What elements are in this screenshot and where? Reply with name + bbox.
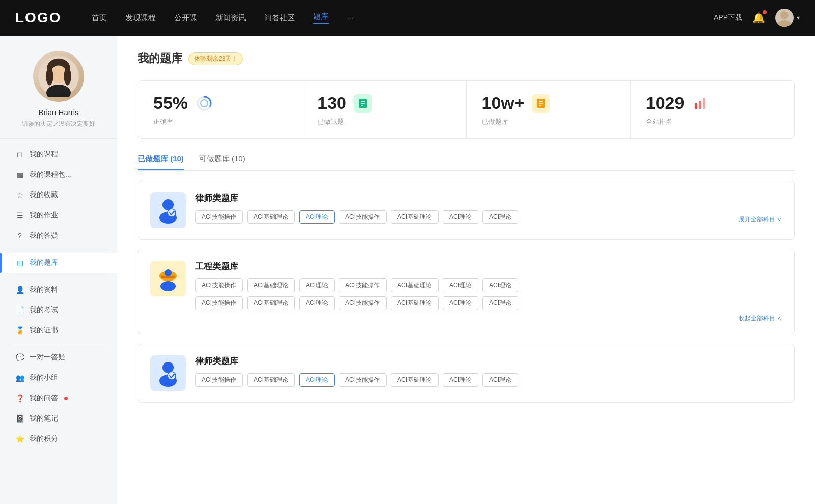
profile-avatar bbox=[33, 51, 84, 102]
sidebar-item-course-packages[interactable]: ▦ 我的课程包... bbox=[0, 164, 117, 185]
tag-2-4[interactable]: ACI基础理论 bbox=[391, 278, 439, 292]
tag-2b-6[interactable]: ACI理论 bbox=[482, 296, 518, 310]
tag-2b-4[interactable]: ACI基础理论 bbox=[391, 296, 439, 310]
question-bank-icon: ▤ bbox=[15, 259, 24, 267]
nav-right: APP下载 🔔 ▾ bbox=[714, 9, 800, 27]
nav-more[interactable]: ··· bbox=[347, 14, 354, 22]
app-download-button[interactable]: APP下载 bbox=[714, 13, 742, 22]
notes-icon: 📓 bbox=[15, 414, 24, 423]
avatar bbox=[775, 9, 794, 27]
lawyer-avatar bbox=[150, 192, 186, 228]
nav-qa[interactable]: 问答社区 bbox=[264, 13, 295, 23]
sidebar-item-exams[interactable]: 📄 我的考试 bbox=[0, 300, 117, 320]
sidebar-item-my-qa[interactable]: ❓ 我的问答 bbox=[0, 388, 117, 408]
nav-public-course[interactable]: 公开课 bbox=[174, 13, 197, 23]
svg-point-7 bbox=[64, 67, 71, 85]
tag-2b-1[interactable]: ACI基础理论 bbox=[247, 296, 295, 310]
sidebar-item-points[interactable]: ⭐ 我的积分 bbox=[0, 429, 117, 449]
tag-2b-5[interactable]: ACI理论 bbox=[443, 296, 478, 310]
expand-link-1[interactable]: 展开全部科目 ∨ bbox=[739, 215, 782, 224]
tabs-row: 已做题库 (10) 可做题库 (10) bbox=[138, 154, 795, 171]
stat-done-banks-value: 10w+ bbox=[482, 93, 525, 113]
packages-icon: ▦ bbox=[15, 171, 24, 179]
tag-2-6[interactable]: ACI理论 bbox=[482, 278, 518, 292]
sidebar-item-profile[interactable]: 👤 我的资料 bbox=[0, 279, 117, 300]
sidebar: Brian Harris 错误的决定比没有决定要好 ◻ 我的课程 ▦ 我的课程包… bbox=[0, 36, 117, 504]
lawyer-avatar-2 bbox=[150, 355, 186, 391]
sidebar-item-question-bank[interactable]: ▤ 我的题库 bbox=[0, 253, 117, 273]
tag-3-5[interactable]: ACI理论 bbox=[443, 373, 478, 387]
tag-2-1[interactable]: ACI基础理论 bbox=[247, 278, 295, 292]
qbank-card-lawyer-2: 律师类题库 ACI技能操作 ACI基础理论 ACI理论 ACI技能操作 ACI基… bbox=[138, 344, 795, 403]
star-icon: ☆ bbox=[15, 191, 24, 199]
tab-available-banks[interactable]: 可做题库 (10) bbox=[199, 154, 246, 170]
tag-1-2[interactable]: ACI理论 bbox=[299, 210, 335, 224]
sidebar-item-homework[interactable]: ☰ 我的作业 bbox=[0, 205, 117, 226]
qbank-card-header: 律师类题库 ACI技能操作 ACI基础理论 ACI理论 ACI技能操作 ACI基… bbox=[150, 192, 782, 228]
exam-icon: 📄 bbox=[15, 306, 24, 314]
tag-3-3[interactable]: ACI技能操作 bbox=[339, 373, 387, 387]
qbank-name-2: 工程类题库 bbox=[195, 261, 782, 272]
sidebar-item-courses[interactable]: ◻ 我的课程 bbox=[0, 144, 117, 164]
top-navigation: LOGO 首页 发现课程 公开课 新闻资讯 问答社区 题库 ··· APP下载 … bbox=[0, 0, 815, 36]
profile-icon: 👤 bbox=[15, 286, 24, 294]
tags-row-3: ACI技能操作 ACI基础理论 ACI理论 ACI技能操作 ACI基础理论 AC… bbox=[195, 373, 782, 387]
nav-discover[interactable]: 发现课程 bbox=[125, 13, 156, 23]
tag-2b-2[interactable]: ACI理论 bbox=[299, 296, 335, 310]
tag-3-0[interactable]: ACI技能操作 bbox=[195, 373, 243, 387]
sidebar-menu: ◻ 我的课程 ▦ 我的课程包... ☆ 我的收藏 ☰ 我的作业 ? 我的答疑 ▤ bbox=[0, 139, 117, 454]
stat-accuracy: 55% 正确率 bbox=[138, 81, 302, 138]
tag-2b-3[interactable]: ACI技能操作 bbox=[339, 296, 387, 310]
tag-2-5[interactable]: ACI理论 bbox=[443, 278, 478, 292]
tag-3-4[interactable]: ACI基础理论 bbox=[391, 373, 439, 387]
tag-3-2[interactable]: ACI理论 bbox=[299, 373, 335, 387]
tag-1-0[interactable]: ACI技能操作 bbox=[195, 210, 243, 224]
stat-ranking-value: 1029 bbox=[646, 93, 685, 113]
sidebar-item-label: 我的答疑 bbox=[30, 231, 58, 240]
tag-2-2[interactable]: ACI理论 bbox=[299, 278, 335, 292]
notification-bell[interactable]: 🔔 bbox=[752, 12, 765, 24]
sidebar-item-label: 我的资料 bbox=[30, 285, 58, 294]
stat-top-3: 10w+ bbox=[482, 93, 615, 113]
qbank-name-1: 律师类题库 bbox=[195, 192, 782, 204]
logo: LOGO bbox=[15, 10, 61, 26]
qbank-info-3: 律师类题库 ACI技能操作 ACI基础理论 ACI理论 ACI技能操作 ACI基… bbox=[195, 355, 782, 387]
sidebar-item-groups[interactable]: 👥 我的小组 bbox=[0, 368, 117, 388]
groups-icon: 👥 bbox=[15, 374, 24, 382]
tag-1-5[interactable]: ACI理论 bbox=[443, 210, 478, 224]
tag-2-3[interactable]: ACI技能操作 bbox=[339, 278, 387, 292]
tag-1-4[interactable]: ACI基础理论 bbox=[391, 210, 439, 224]
tags-row-2b: ACI技能操作 ACI基础理论 ACI理论 ACI技能操作 ACI基础理论 AC… bbox=[195, 296, 782, 310]
sidebar-item-certificates[interactable]: 🏅 我的证书 bbox=[0, 320, 117, 341]
tag-2b-0[interactable]: ACI技能操作 bbox=[195, 296, 243, 310]
svg-point-6 bbox=[46, 67, 53, 85]
main-content: 我的题库 体验剩余23天！ 55% 正确率 bbox=[117, 36, 815, 504]
tag-2-0[interactable]: ACI技能操作 bbox=[195, 278, 243, 292]
sidebar-item-notes[interactable]: 📓 我的笔记 bbox=[0, 408, 117, 429]
stat-accuracy-value: 55% bbox=[153, 93, 188, 113]
chevron-down-icon: ▾ bbox=[797, 14, 800, 21]
sidebar-item-favorites[interactable]: ☆ 我的收藏 bbox=[0, 185, 117, 205]
nav-news[interactable]: 新闻资讯 bbox=[215, 13, 246, 23]
document-orange-icon bbox=[532, 94, 550, 113]
sidebar-item-label: 我的笔记 bbox=[30, 414, 58, 423]
user-avatar-button[interactable]: ▾ bbox=[775, 9, 800, 27]
nav-home[interactable]: 首页 bbox=[92, 13, 107, 23]
tag-1-6[interactable]: ACI理论 bbox=[482, 210, 518, 224]
tab-done-banks[interactable]: 已做题库 (10) bbox=[138, 154, 184, 170]
svg-rect-21 bbox=[703, 98, 705, 109]
sidebar-item-tutoring[interactable]: 💬 一对一答疑 bbox=[0, 347, 117, 368]
nav-questions[interactable]: 题库 bbox=[313, 12, 329, 24]
collapse-link[interactable]: 收起全部科目 ∧ bbox=[195, 314, 782, 323]
svg-point-0 bbox=[780, 11, 789, 19]
tag-1-3[interactable]: ACI技能操作 bbox=[339, 210, 387, 224]
sidebar-item-qa[interactable]: ? 我的答疑 bbox=[0, 226, 117, 246]
certificate-icon: 🏅 bbox=[15, 326, 24, 334]
tag-3-6[interactable]: ACI理论 bbox=[482, 373, 518, 387]
sidebar-item-label: 我的作业 bbox=[30, 211, 58, 220]
tag-1-1[interactable]: ACI基础理论 bbox=[247, 210, 295, 224]
stat-done-questions: 130 已做试题 bbox=[302, 81, 466, 138]
nav-links: 首页 发现课程 公开课 新闻资讯 问答社区 题库 ··· bbox=[92, 12, 714, 24]
tag-3-1[interactable]: ACI基础理论 bbox=[247, 373, 295, 387]
svg-point-24 bbox=[168, 209, 176, 217]
